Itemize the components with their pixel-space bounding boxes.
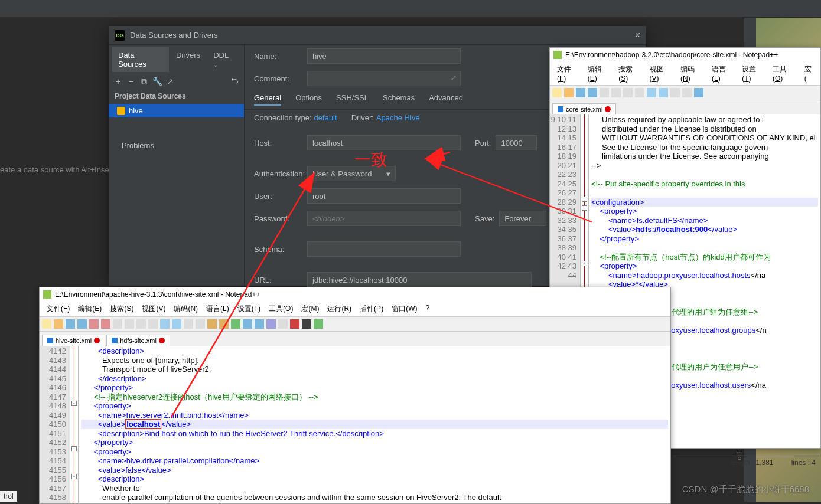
tab-general[interactable]: General xyxy=(254,93,281,106)
menu-item[interactable]: 窗口(W) xyxy=(388,303,421,315)
password-input[interactable] xyxy=(307,211,461,226)
menu-item[interactable]: 工具(O) xyxy=(265,303,297,315)
tab-schemas[interactable]: Schemas xyxy=(383,93,415,106)
save-all-icon[interactable] xyxy=(588,88,597,97)
redo-icon[interactable] xyxy=(659,88,668,97)
tab-advanced[interactable]: Advanced xyxy=(429,93,463,106)
tab-core-site[interactable]: core-site.xml xyxy=(552,103,616,114)
menu-item[interactable]: 搜索(S) xyxy=(615,63,644,84)
port-input[interactable] xyxy=(496,135,537,150)
datasource-item-hive[interactable]: hive xyxy=(109,104,244,117)
add-icon[interactable]: + xyxy=(113,77,123,86)
paste-icon[interactable] xyxy=(148,319,158,329)
conntype-value[interactable]: default xyxy=(314,113,337,122)
save-icon[interactable] xyxy=(66,319,75,329)
user-input[interactable] xyxy=(307,188,461,204)
tab-options[interactable]: Options xyxy=(295,93,322,106)
tab-data-sources[interactable]: Data Sources xyxy=(112,47,169,72)
tools-icon[interactable]: 🔧 xyxy=(152,77,162,86)
play-icon[interactable] xyxy=(314,319,323,329)
find-icon[interactable] xyxy=(670,88,680,97)
name-input[interactable] xyxy=(307,48,461,64)
npp1-fold[interactable]: - - - xyxy=(70,346,79,503)
cut-icon[interactable] xyxy=(611,88,621,97)
menu-item[interactable]: 视图(V) xyxy=(646,63,676,84)
fold-box-icon[interactable]: - xyxy=(71,474,77,479)
npp1-menubar[interactable]: 文件(F)编辑(E)搜索(S)视图(V)编码(N)语言(L)设置(T)工具(O)… xyxy=(40,302,670,316)
tab-ssh-ssl[interactable]: SSH/SSL xyxy=(336,93,369,106)
replace-icon[interactable] xyxy=(196,319,205,329)
menu-item[interactable]: 宏(M) xyxy=(298,303,322,315)
menu-item[interactable]: 编辑(E) xyxy=(74,303,105,315)
menu-item[interactable]: 文件(F) xyxy=(553,63,583,84)
fold-box-icon[interactable]: - xyxy=(71,401,77,406)
menu-item[interactable]: ? xyxy=(422,303,433,315)
menu-item[interactable]: 工具(O) xyxy=(769,63,800,84)
close-icon[interactable] xyxy=(89,319,99,329)
menu-item[interactable]: 插件(P) xyxy=(356,303,387,315)
find-icon[interactable] xyxy=(184,319,193,329)
tab-hive-site[interactable]: hive-site.xml xyxy=(42,335,105,346)
print-icon[interactable] xyxy=(113,319,122,329)
menu-item[interactable]: 编辑(E) xyxy=(584,63,614,84)
npp1-toolbar[interactable] xyxy=(40,316,670,332)
menu-item[interactable]: 编码(N) xyxy=(677,63,707,84)
paste-icon[interactable] xyxy=(635,88,644,97)
redo-icon[interactable] xyxy=(172,319,181,329)
dialog-titlebar[interactable]: DG Data Sources and Drivers × xyxy=(109,26,646,45)
zoom-out-icon[interactable] xyxy=(219,319,229,329)
npp2-menubar[interactable]: 文件(F)编辑(E)搜索(S)视图(V)编码(N)语言(L)设置(T)工具(O)… xyxy=(550,62,820,85)
undo-icon[interactable] xyxy=(160,319,170,329)
expand-icon[interactable]: ⤢ xyxy=(451,74,457,82)
problems-item[interactable]: Problems xyxy=(109,138,244,153)
npp2-toolbar[interactable] xyxy=(550,85,820,100)
new-file-icon[interactable] xyxy=(552,88,562,97)
fold-box-icon[interactable]: - xyxy=(582,261,587,266)
menu-item[interactable]: 搜索(S) xyxy=(106,303,137,315)
wrap-icon[interactable] xyxy=(243,319,252,329)
save-icon[interactable] xyxy=(576,88,585,97)
remove-icon[interactable]: − xyxy=(126,77,136,86)
sync-icon[interactable] xyxy=(231,319,240,329)
tab-hdfs-site[interactable]: hdfs-site.xml xyxy=(106,335,170,346)
fold-box-icon[interactable]: - xyxy=(582,205,587,211)
menu-item[interactable]: 编码(N) xyxy=(170,303,201,315)
indent-guide-icon[interactable] xyxy=(266,319,276,329)
menu-item[interactable]: 设置(T) xyxy=(738,63,768,84)
replace-icon[interactable] xyxy=(682,88,692,97)
menu-item[interactable]: 文件(F) xyxy=(43,303,73,315)
copy-icon[interactable]: ⧉ xyxy=(139,77,149,86)
tab-ddl[interactable]: DDL ⌄ xyxy=(207,47,240,72)
open-file-icon[interactable] xyxy=(564,88,574,97)
close-icon[interactable]: × xyxy=(635,30,640,41)
comment-input[interactable]: ⤢ xyxy=(307,71,461,86)
macro-icon[interactable] xyxy=(278,319,288,329)
export-icon[interactable]: ↗ xyxy=(165,77,175,86)
menu-item[interactable]: 视图(V) xyxy=(138,303,169,315)
stop-icon[interactable] xyxy=(302,319,311,329)
tab-drivers[interactable]: Drivers xyxy=(170,47,206,72)
schema-input[interactable] xyxy=(307,241,461,257)
new-file-icon[interactable] xyxy=(42,319,51,329)
record-icon[interactable] xyxy=(290,319,299,329)
save-all-icon[interactable] xyxy=(77,319,87,329)
npp1-titlebar[interactable]: E:\Environment\apache-hive-3.1.3\conf\hi… xyxy=(40,287,670,302)
driver-value[interactable]: Apache Hive xyxy=(376,113,420,122)
fold-box-icon[interactable]: - xyxy=(71,446,77,451)
npp1-code[interactable]: <description> Expects one of [binary, ht… xyxy=(79,346,670,503)
copy-icon[interactable] xyxy=(623,88,633,97)
undo-icon[interactable] xyxy=(647,88,656,97)
fold-box-icon[interactable]: - xyxy=(582,197,587,202)
copy-icon[interactable] xyxy=(136,319,146,329)
menu-item[interactable]: 语言(L) xyxy=(708,63,737,84)
menu-item[interactable]: 语言(L) xyxy=(203,303,233,315)
zoom-in-icon[interactable] xyxy=(207,319,217,329)
show-all-icon[interactable] xyxy=(255,319,264,329)
menu-item[interactable]: 运行(R) xyxy=(324,303,355,315)
print-icon[interactable] xyxy=(600,88,609,97)
collapse-icon[interactable]: ⮌ xyxy=(230,77,239,86)
npp2-titlebar[interactable]: E:\Environment\hadoop-3.2.0\etc\hadoop\c… xyxy=(550,48,820,62)
close-all-icon[interactable] xyxy=(101,319,110,329)
zoom-icon[interactable] xyxy=(694,88,703,97)
save-select[interactable]: Forever xyxy=(499,211,546,226)
